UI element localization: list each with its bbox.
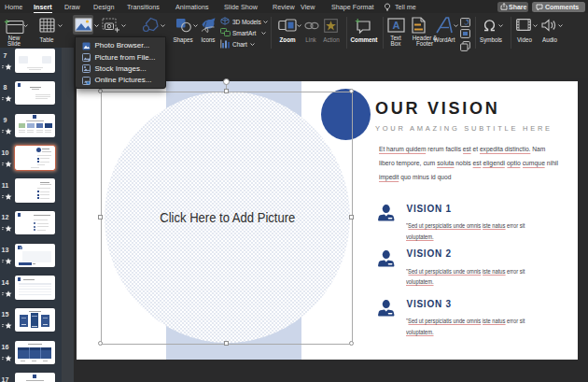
svg-text:A: A [393,20,400,31]
